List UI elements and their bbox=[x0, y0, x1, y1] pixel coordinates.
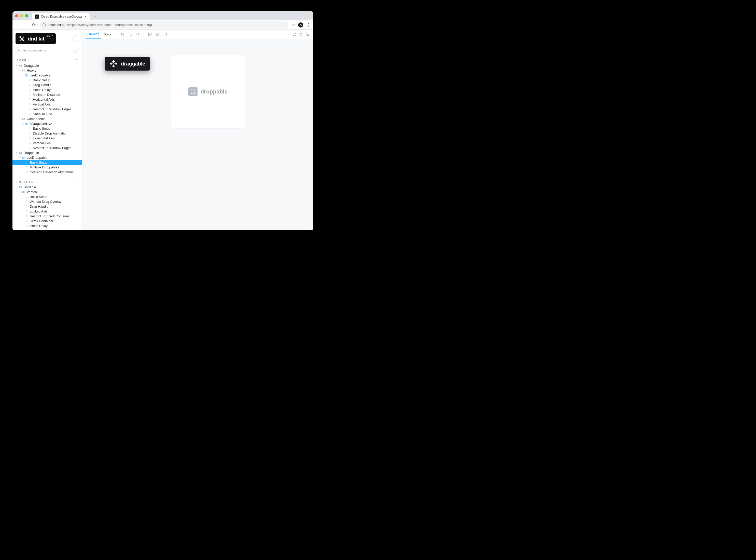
tree-row[interactable]: •Drag Handle bbox=[13, 83, 82, 87]
tree-row[interactable]: •Press Delay bbox=[13, 87, 82, 92]
svg-rect-16 bbox=[24, 192, 24, 193]
tree-row[interactable]: •Scroll Container bbox=[13, 219, 82, 223]
tree-row[interactable]: •Disable Drop Animation bbox=[13, 131, 82, 136]
url-actions: ☆ ⋮ bbox=[291, 22, 311, 28]
tree-row[interactable]: •Minimum Distance bbox=[13, 92, 82, 97]
tree-row[interactable]: •Basic Setup bbox=[13, 160, 82, 165]
section-header[interactable]: CORE⌃ bbox=[13, 56, 82, 63]
background-icon[interactable] bbox=[147, 32, 153, 37]
reload-button[interactable]: ⟳ bbox=[31, 22, 36, 27]
copy-link-icon[interactable] bbox=[305, 32, 310, 37]
tree-row[interactable]: ▾<DragOverlay> bbox=[13, 121, 82, 126]
search-input[interactable]: Find components / bbox=[16, 47, 79, 54]
grid-icon[interactable] bbox=[155, 32, 160, 37]
tree-row[interactable]: ▾useDroppable bbox=[13, 155, 82, 160]
story-icon bbox=[28, 79, 31, 82]
tree-row[interactable]: ▾useDraggable bbox=[13, 73, 82, 78]
tree-label: <DragOverlay> bbox=[30, 122, 52, 126]
tree-row[interactable]: ▾Sortable bbox=[13, 185, 82, 189]
app: dnd kit BETA ⋯ Find components / CORE⌃▾D… bbox=[13, 29, 313, 230]
caret-icon: ▾ bbox=[22, 123, 24, 125]
tab-close-icon[interactable]: × bbox=[85, 15, 87, 19]
brand-beta-badge: BETA bbox=[47, 35, 54, 37]
tree-label: Collision Detection Algorithms bbox=[30, 170, 74, 174]
zoom-out-icon[interactable] bbox=[128, 32, 133, 37]
svg-rect-8 bbox=[27, 124, 27, 125]
tree-row[interactable]: •Locked Axis bbox=[13, 209, 82, 214]
tree-row[interactable]: •Basic Setup bbox=[13, 194, 82, 199]
address-bar[interactable]: ⓘ localhost:6006/?path=/story/core-dropp… bbox=[39, 21, 288, 28]
caret-icon: ▾ bbox=[16, 64, 18, 67]
tree-row[interactable]: •Without Drag Overlay bbox=[13, 199, 82, 204]
section-title: PRESETS bbox=[17, 180, 33, 183]
tree-row[interactable]: ▾Droppable bbox=[13, 150, 82, 155]
tree-row[interactable]: •Restrict To Window Edges bbox=[13, 145, 82, 150]
svg-rect-15 bbox=[22, 192, 23, 193]
story-icon bbox=[25, 166, 28, 169]
tree-label: useDroppable bbox=[27, 156, 47, 159]
open-external-icon[interactable] bbox=[298, 32, 304, 37]
tree-row[interactable]: •Basic Setup bbox=[13, 78, 82, 83]
tree-row[interactable]: ▾Hooks bbox=[13, 68, 82, 73]
story-icon bbox=[28, 137, 31, 140]
tree-row[interactable]: •Snap To Grid bbox=[13, 112, 82, 116]
maximize-window-button[interactable] bbox=[25, 14, 28, 17]
tree-row[interactable]: •Horizontal Axis bbox=[13, 136, 82, 141]
draggable-item[interactable]: draggable bbox=[105, 57, 150, 71]
toolbar-tab[interactable]: Canvas bbox=[86, 29, 101, 39]
new-tab-button[interactable]: + bbox=[92, 13, 98, 20]
section-collapse-icon[interactable]: ⌃ bbox=[75, 180, 78, 184]
tree-row[interactable]: •Collision Detection Algorithms bbox=[13, 170, 82, 175]
search-shortcut: / bbox=[73, 49, 77, 53]
tree-label: Drag Handle bbox=[33, 83, 51, 87]
tree-row[interactable]: •Basic Setup bbox=[13, 126, 82, 131]
section-collapse-icon[interactable]: ⌃ bbox=[75, 59, 78, 62]
tree-row[interactable]: •Press Delay bbox=[13, 223, 82, 228]
story-icon bbox=[28, 93, 31, 96]
url-text: localhost:6006/?path=/story/core-droppab… bbox=[48, 23, 152, 27]
tree-row[interactable]: ▾Components bbox=[13, 116, 82, 121]
tree-row[interactable]: •Vertical Axis bbox=[13, 102, 82, 107]
story-icon bbox=[28, 142, 31, 144]
svg-point-21 bbox=[149, 34, 150, 34]
extension-icon[interactable] bbox=[298, 22, 303, 27]
tree-row[interactable]: •Vertical Axis bbox=[13, 141, 82, 145]
tree-row[interactable]: •Multiple Droppables bbox=[13, 165, 82, 170]
tree-label: Vertical Axis bbox=[33, 141, 51, 145]
tree-row[interactable]: •Drag Handle bbox=[13, 204, 82, 209]
tree-label: Drag Handle bbox=[30, 205, 48, 208]
toolbar-tab[interactable]: Docs bbox=[101, 29, 113, 39]
browser-menu-icon[interactable]: ⋮ bbox=[306, 22, 311, 28]
site-info-icon[interactable]: ⓘ bbox=[43, 23, 46, 27]
fullscreen-icon[interactable] bbox=[291, 32, 297, 37]
browser-tab[interactable]: Core / Droppable / useDroppal × bbox=[32, 13, 90, 20]
tree-label: Restrict To Scroll Container bbox=[30, 214, 70, 218]
close-window-button[interactable] bbox=[15, 14, 18, 17]
tree-row[interactable]: •Horizontal Axis bbox=[13, 97, 82, 102]
forward-button[interactable]: → bbox=[23, 22, 28, 27]
tree-row[interactable]: ▾Draggable bbox=[13, 63, 82, 68]
tree-label: Vertical bbox=[27, 190, 38, 194]
story-icon bbox=[28, 113, 31, 115]
brand-badge[interactable]: dnd kit BETA bbox=[16, 33, 56, 44]
search-icon bbox=[18, 49, 21, 53]
tree-row[interactable]: •Restrict To Scroll Container bbox=[13, 214, 82, 219]
svg-rect-1 bbox=[25, 74, 26, 75]
svg-rect-6 bbox=[27, 123, 27, 124]
sidebar: dnd kit BETA ⋯ Find components / CORE⌃▾D… bbox=[13, 29, 82, 230]
minimize-window-button[interactable] bbox=[20, 14, 23, 17]
section-header[interactable]: PRESETS⌃ bbox=[13, 178, 82, 185]
droppable-zone[interactable]: droppable bbox=[171, 55, 245, 129]
tree-label: Scroll Container bbox=[30, 219, 54, 223]
zoom-reset-icon[interactable] bbox=[135, 32, 141, 37]
caret-icon: ▾ bbox=[19, 156, 21, 159]
viewport-icon[interactable] bbox=[162, 32, 168, 37]
bookmark-icon[interactable]: ☆ bbox=[291, 22, 295, 27]
zoom-in-icon[interactable] bbox=[120, 32, 125, 37]
tree-row[interactable]: •Restrict To Window Edges bbox=[13, 107, 82, 112]
back-button[interactable]: ← bbox=[15, 22, 20, 27]
grid-icon bbox=[22, 156, 25, 159]
sidebar-more-button[interactable]: ⋯ bbox=[72, 35, 79, 42]
tree-row[interactable]: ▾Vertical bbox=[13, 189, 82, 194]
svg-rect-9 bbox=[22, 157, 23, 157]
